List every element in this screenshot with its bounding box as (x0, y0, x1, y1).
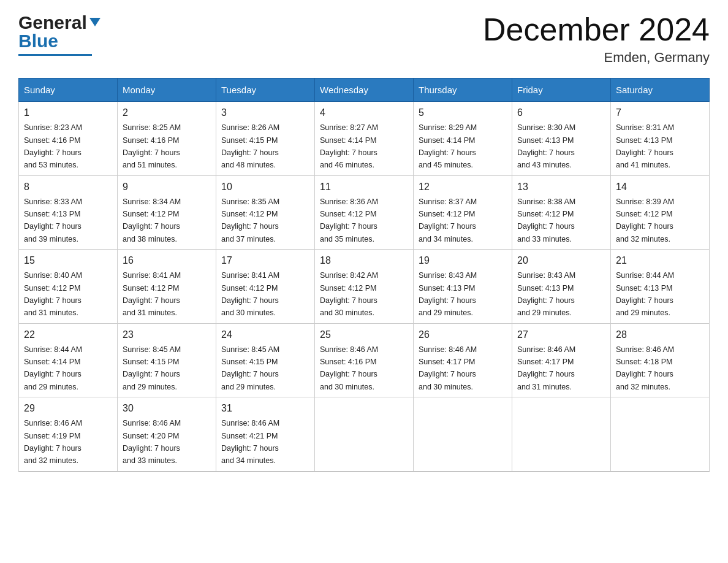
calendar-cell: 17Sunrise: 8:41 AMSunset: 4:12 PMDayligh… (216, 250, 315, 324)
day-number: 5 (419, 105, 507, 120)
week-row-4: 22Sunrise: 8:44 AMSunset: 4:14 PMDayligh… (19, 323, 710, 397)
header-wednesday: Wednesday (315, 79, 414, 102)
header-saturday: Saturday (611, 79, 710, 102)
day-number: 14 (616, 180, 704, 194)
calendar-cell: 20Sunrise: 8:43 AMSunset: 4:13 PMDayligh… (512, 250, 611, 324)
day-number: 12 (419, 180, 507, 194)
calendar-cell: 15Sunrise: 8:40 AMSunset: 4:12 PMDayligh… (19, 250, 118, 324)
calendar-cell: 8Sunrise: 8:33 AMSunset: 4:13 PMDaylight… (19, 175, 118, 250)
calendar-table: Sunday Monday Tuesday Wednesday Thursday… (18, 78, 710, 472)
day-info: Sunrise: 8:23 AMSunset: 4:16 PMDaylight:… (24, 123, 82, 169)
logo-blue-text: Blue (18, 31, 58, 52)
calendar-cell: 16Sunrise: 8:41 AMSunset: 4:12 PMDayligh… (118, 250, 216, 324)
calendar-cell: 10Sunrise: 8:35 AMSunset: 4:12 PMDayligh… (216, 175, 315, 250)
day-info: Sunrise: 8:27 AMSunset: 4:14 PMDaylight:… (320, 123, 378, 169)
day-number: 30 (123, 401, 211, 416)
calendar-cell: 14Sunrise: 8:39 AMSunset: 4:12 PMDayligh… (611, 175, 710, 250)
calendar-cell (512, 397, 611, 472)
day-info: Sunrise: 8:36 AMSunset: 4:12 PMDaylight:… (320, 197, 378, 243)
calendar-cell: 12Sunrise: 8:37 AMSunset: 4:12 PMDayligh… (414, 175, 512, 250)
day-number: 2 (123, 105, 211, 120)
day-info: Sunrise: 8:30 AMSunset: 4:13 PMDaylight:… (517, 123, 575, 169)
logo: General Blue (18, 12, 102, 56)
header-sunday: Sunday (19, 79, 118, 102)
day-info: Sunrise: 8:46 AMSunset: 4:18 PMDaylight:… (616, 345, 674, 391)
day-number: 7 (616, 105, 704, 120)
calendar-cell: 21Sunrise: 8:44 AMSunset: 4:13 PMDayligh… (611, 250, 710, 324)
calendar-cell (414, 397, 512, 472)
calendar-cell: 30Sunrise: 8:46 AMSunset: 4:20 PMDayligh… (118, 397, 216, 472)
week-row-2: 8Sunrise: 8:33 AMSunset: 4:13 PMDaylight… (19, 175, 710, 250)
calendar-cell: 5Sunrise: 8:29 AMSunset: 4:14 PMDaylight… (414, 102, 512, 176)
day-info: Sunrise: 8:26 AMSunset: 4:15 PMDaylight:… (221, 123, 279, 169)
day-number: 22 (24, 327, 112, 342)
calendar-cell: 24Sunrise: 8:45 AMSunset: 4:15 PMDayligh… (216, 323, 315, 397)
calendar-cell: 3Sunrise: 8:26 AMSunset: 4:15 PMDaylight… (216, 102, 315, 176)
day-number: 1 (24, 105, 112, 120)
day-info: Sunrise: 8:46 AMSunset: 4:20 PMDaylight:… (123, 419, 181, 465)
day-info: Sunrise: 8:46 AMSunset: 4:21 PMDaylight:… (221, 419, 279, 465)
day-info: Sunrise: 8:34 AMSunset: 4:12 PMDaylight:… (123, 197, 181, 243)
calendar-cell: 13Sunrise: 8:38 AMSunset: 4:12 PMDayligh… (512, 175, 611, 250)
logo-general-text: General (18, 12, 87, 33)
day-info: Sunrise: 8:41 AMSunset: 4:12 PMDaylight:… (221, 271, 279, 317)
day-info: Sunrise: 8:25 AMSunset: 4:16 PMDaylight:… (123, 123, 181, 169)
day-number: 23 (123, 327, 211, 342)
day-info: Sunrise: 8:29 AMSunset: 4:14 PMDaylight:… (419, 123, 477, 169)
calendar-cell: 27Sunrise: 8:46 AMSunset: 4:17 PMDayligh… (512, 323, 611, 397)
calendar-cell: 6Sunrise: 8:30 AMSunset: 4:13 PMDaylight… (512, 102, 611, 176)
day-number: 24 (221, 327, 309, 342)
title-section: December 2024 Emden, Germany (483, 12, 710, 66)
calendar-cell: 7Sunrise: 8:31 AMSunset: 4:13 PMDaylight… (611, 102, 710, 176)
calendar-cell: 28Sunrise: 8:46 AMSunset: 4:18 PMDayligh… (611, 323, 710, 397)
day-number: 29 (24, 401, 112, 416)
day-number: 4 (320, 105, 408, 120)
day-number: 9 (123, 180, 211, 194)
calendar-cell: 26Sunrise: 8:46 AMSunset: 4:17 PMDayligh… (414, 323, 512, 397)
day-info: Sunrise: 8:44 AMSunset: 4:14 PMDaylight:… (24, 345, 82, 391)
day-number: 13 (517, 180, 605, 194)
day-number: 8 (24, 180, 112, 194)
svg-marker-0 (89, 18, 100, 26)
day-number: 21 (616, 253, 704, 268)
day-number: 20 (517, 253, 605, 268)
day-number: 19 (419, 253, 507, 268)
day-number: 25 (320, 327, 408, 342)
calendar-cell: 23Sunrise: 8:45 AMSunset: 4:15 PMDayligh… (118, 323, 216, 397)
day-info: Sunrise: 8:42 AMSunset: 4:12 PMDaylight:… (320, 271, 378, 317)
calendar-cell: 2Sunrise: 8:25 AMSunset: 4:16 PMDaylight… (118, 102, 216, 176)
day-number: 28 (616, 327, 704, 342)
page-header: General Blue December 2024 Emden, German… (18, 12, 710, 66)
week-row-5: 29Sunrise: 8:46 AMSunset: 4:19 PMDayligh… (19, 397, 710, 472)
calendar-cell: 18Sunrise: 8:42 AMSunset: 4:12 PMDayligh… (315, 250, 414, 324)
calendar-cell: 4Sunrise: 8:27 AMSunset: 4:14 PMDaylight… (315, 102, 414, 176)
calendar-cell: 19Sunrise: 8:43 AMSunset: 4:13 PMDayligh… (414, 250, 512, 324)
day-number: 27 (517, 327, 605, 342)
day-number: 15 (24, 253, 112, 268)
day-info: Sunrise: 8:40 AMSunset: 4:12 PMDaylight:… (24, 271, 82, 317)
day-info: Sunrise: 8:41 AMSunset: 4:12 PMDaylight:… (123, 271, 181, 317)
day-info: Sunrise: 8:43 AMSunset: 4:13 PMDaylight:… (517, 271, 575, 317)
day-info: Sunrise: 8:44 AMSunset: 4:13 PMDaylight:… (616, 271, 674, 317)
day-info: Sunrise: 8:46 AMSunset: 4:17 PMDaylight:… (419, 345, 477, 391)
day-info: Sunrise: 8:46 AMSunset: 4:19 PMDaylight:… (24, 419, 82, 465)
day-info: Sunrise: 8:43 AMSunset: 4:13 PMDaylight:… (419, 271, 477, 317)
calendar-cell: 29Sunrise: 8:46 AMSunset: 4:19 PMDayligh… (19, 397, 118, 472)
day-number: 6 (517, 105, 605, 120)
calendar-cell (315, 397, 414, 472)
day-number: 16 (123, 253, 211, 268)
calendar-cell: 9Sunrise: 8:34 AMSunset: 4:12 PMDaylight… (118, 175, 216, 250)
header-tuesday: Tuesday (216, 79, 315, 102)
calendar-cell: 11Sunrise: 8:36 AMSunset: 4:12 PMDayligh… (315, 175, 414, 250)
calendar-cell: 25Sunrise: 8:46 AMSunset: 4:16 PMDayligh… (315, 323, 414, 397)
day-info: Sunrise: 8:33 AMSunset: 4:13 PMDaylight:… (24, 197, 82, 243)
day-info: Sunrise: 8:38 AMSunset: 4:12 PMDaylight:… (517, 197, 575, 243)
calendar-title: December 2024 (483, 12, 710, 47)
day-info: Sunrise: 8:37 AMSunset: 4:12 PMDaylight:… (419, 197, 477, 243)
day-number: 26 (419, 327, 507, 342)
calendar-subtitle: Emden, Germany (483, 50, 710, 66)
calendar-cell: 1Sunrise: 8:23 AMSunset: 4:16 PMDaylight… (19, 102, 118, 176)
header-thursday: Thursday (414, 79, 512, 102)
day-info: Sunrise: 8:45 AMSunset: 4:15 PMDaylight:… (123, 345, 181, 391)
week-row-1: 1Sunrise: 8:23 AMSunset: 4:16 PMDaylight… (19, 102, 710, 176)
